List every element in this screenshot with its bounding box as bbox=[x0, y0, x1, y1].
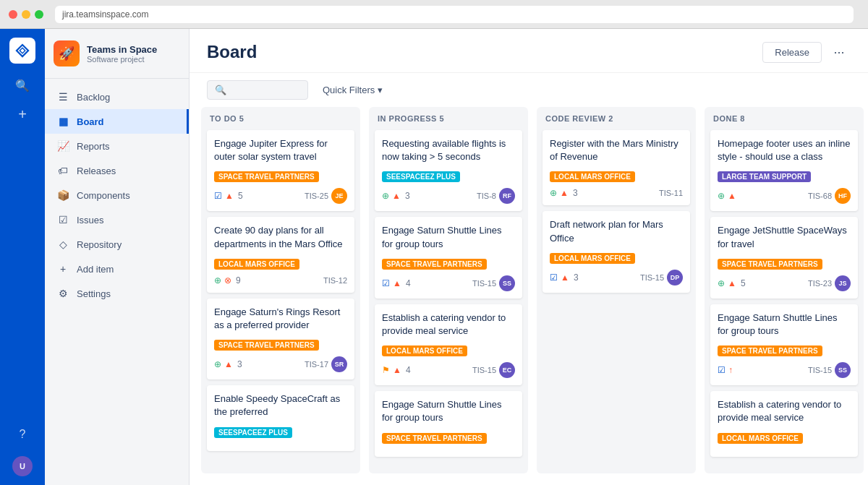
card-id: TIS-15 bbox=[472, 366, 496, 374]
board-columns: TO DO 5 Engage Jupiter Express for outer… bbox=[201, 107, 864, 473]
card-count: 3 bbox=[237, 359, 242, 369]
sidebar-label-add-item: Add item bbox=[77, 264, 114, 275]
card-label: LOCAL MARS OFFICE bbox=[718, 433, 803, 444]
card-count: 3 bbox=[405, 191, 410, 201]
address-bar[interactable]: jira.teamsinspace.com bbox=[55, 6, 854, 23]
priority-icon: ▲ bbox=[728, 278, 736, 288]
sidebar-item-components[interactable]: 📦 Components bbox=[45, 183, 189, 207]
sidebar-item-repository[interactable]: ◇ Repository bbox=[45, 232, 189, 257]
avatar: SR bbox=[331, 356, 347, 372]
sidebar-label-issues: Issues bbox=[77, 215, 104, 226]
sidebar-item-settings[interactable]: ⚙ Settings bbox=[45, 281, 189, 306]
column-cards-todo: Engage Jupiter Express for outer solar s… bbox=[201, 127, 360, 473]
card-mars-registry[interactable]: Register with the Mars Ministry of Reven… bbox=[542, 130, 690, 205]
global-user-avatar[interactable]: U bbox=[12, 456, 33, 476]
card-id: TIS-12 bbox=[323, 276, 347, 285]
card-jetshuttle[interactable]: Engage JetShuttle SpaceWays for travel S… bbox=[710, 217, 858, 298]
card-footer: ⊕ ▲ 3 TIS-8 RF bbox=[382, 188, 515, 204]
check-icon: ☑ bbox=[718, 365, 726, 375]
sidebar-item-board[interactable]: ▦ Board bbox=[45, 109, 189, 134]
sidebar-item-backlog[interactable]: ☰ Backlog bbox=[45, 85, 189, 109]
avatar: HF bbox=[835, 188, 851, 204]
project-sidebar: 🚀 Teams in Space Software project ☰ Back… bbox=[45, 29, 190, 485]
more-options-button[interactable]: ··· bbox=[827, 40, 851, 64]
release-button[interactable]: Release bbox=[762, 42, 822, 63]
card-label: SEESPACEEZ PLUS bbox=[214, 427, 292, 438]
avatar: SS bbox=[835, 362, 851, 378]
card-saturn-done[interactable]: Engage Saturn Shuttle Lines for group to… bbox=[710, 304, 858, 385]
priority-icon: ▲ bbox=[393, 365, 401, 375]
card-footer: ⊕ ⊗ 9 TIS-12 bbox=[214, 275, 347, 286]
column-done: DONE 8 Homepage footer uses an inline st… bbox=[705, 107, 864, 473]
card-saturn-group2[interactable]: Engage Saturn Shuttle Lines for group to… bbox=[375, 391, 522, 456]
card-title: Establish a catering vendor to provide m… bbox=[718, 398, 851, 424]
column-header-todo: TO DO 5 bbox=[201, 107, 360, 127]
board-header: Board Release ··· bbox=[190, 29, 868, 73]
column-cards-codereview: Register with the Mars Ministry of Reven… bbox=[537, 127, 696, 473]
search-icon: 🔍 bbox=[215, 85, 226, 95]
plus-icon: ⊕ bbox=[214, 359, 221, 369]
card-tis12[interactable]: Create 90 day plans for all departments … bbox=[207, 217, 354, 292]
project-avatar: 🚀 bbox=[54, 40, 80, 66]
sidebar-item-add-item[interactable]: + Add item bbox=[45, 257, 189, 281]
card-label: LOCAL MARS OFFICE bbox=[550, 253, 635, 264]
card-tis8[interactable]: Requesting available flights is now taki… bbox=[375, 130, 522, 211]
avatar: EC bbox=[499, 362, 515, 378]
card-label: SPACE TRAVEL PARTNERS bbox=[214, 340, 319, 351]
card-count: 9 bbox=[236, 275, 241, 286]
card-title: Engage Saturn Shuttle Lines for group to… bbox=[382, 224, 515, 250]
card-tis25[interactable]: Engage Jupiter Express for outer solar s… bbox=[207, 130, 354, 211]
card-mars-network[interactable]: Draft network plan for Mars Office LOCAL… bbox=[542, 211, 690, 292]
priority-icon: ▲ bbox=[393, 278, 401, 288]
fullscreen-dot[interactable] bbox=[35, 10, 43, 19]
browser-chrome: jira.teamsinspace.com bbox=[0, 0, 868, 29]
card-label: LOCAL MARS OFFICE bbox=[382, 345, 467, 356]
card-saturn-group[interactable]: Engage Saturn Shuttle Lines for group to… bbox=[375, 217, 522, 298]
global-search-icon[interactable]: 🔍 bbox=[9, 72, 35, 98]
card-footer: ☑ ↑ TIS-15 SS bbox=[718, 362, 851, 378]
sidebar-item-issues[interactable]: ☑ Issues bbox=[45, 207, 189, 232]
card-count: 4 bbox=[406, 365, 411, 375]
card-tis17[interactable]: Engage Saturn's Rings Resort as a prefer… bbox=[207, 299, 354, 379]
check-icon: ☑ bbox=[382, 278, 390, 288]
flag-icon: ⚑ bbox=[382, 365, 390, 375]
quick-filters-button[interactable]: Quick Filters ▾ bbox=[317, 80, 388, 100]
arrow-up-red-icon: ↑ bbox=[728, 365, 733, 375]
card-label: SPACE TRAVEL PARTNERS bbox=[382, 433, 487, 444]
column-header-inprogress: IN PROGRESS 5 bbox=[369, 107, 528, 127]
global-create-icon[interactable]: + bbox=[9, 101, 35, 127]
card-footer: ☑ ▲ 5 TIS-25 JE bbox=[214, 188, 347, 204]
card-title: Engage JetShuttle SpaceWays for travel bbox=[718, 224, 851, 250]
card-label: LOCAL MARS OFFICE bbox=[550, 171, 635, 182]
app-container: 🔍 + ? U 🚀 Teams in Space Software projec… bbox=[0, 29, 868, 485]
sidebar-label-backlog: Backlog bbox=[77, 92, 110, 103]
card-id: TIS-15 bbox=[808, 366, 832, 374]
sidebar-nav: ☰ Backlog ▦ Board 📈 Reports 🏷 Releases 📦… bbox=[45, 79, 189, 485]
avatar: DP bbox=[667, 270, 683, 286]
sidebar-item-releases[interactable]: 🏷 Releases bbox=[45, 158, 189, 183]
card-catering-done[interactable]: Establish a catering vendor to provide m… bbox=[710, 391, 858, 456]
sidebar-label-releases: Releases bbox=[77, 166, 116, 176]
card-homepage-footer[interactable]: Homepage footer uses an inline style - s… bbox=[710, 130, 858, 211]
sidebar-label-board: Board bbox=[77, 116, 104, 127]
column-header-done: DONE 8 bbox=[705, 107, 864, 127]
priority-icon: ▲ bbox=[728, 191, 736, 201]
sidebar-item-reports[interactable]: 📈 Reports bbox=[45, 134, 189, 158]
priority-icon: ▲ bbox=[225, 191, 234, 201]
settings-icon: ⚙ bbox=[56, 287, 69, 300]
plus-icon: ⊕ bbox=[718, 191, 725, 201]
close-dot[interactable] bbox=[9, 10, 17, 19]
app-logo[interactable] bbox=[9, 38, 35, 64]
plus-icon: ⊕ bbox=[718, 278, 725, 288]
global-help-icon[interactable]: ? bbox=[9, 421, 35, 447]
issues-icon: ☑ bbox=[56, 213, 69, 226]
card-label: SPACE TRAVEL PARTNERS bbox=[382, 259, 487, 270]
card-speedy[interactable]: Enable Speedy SpaceCraft as the preferre… bbox=[207, 385, 354, 450]
main-content: Board Release ··· 🔍 Quick Filters ▾ TO D… bbox=[190, 29, 868, 485]
avatar: SS bbox=[499, 275, 515, 291]
card-catering[interactable]: Establish a catering vendor to provide m… bbox=[375, 304, 522, 385]
search-box[interactable]: 🔍 bbox=[207, 80, 308, 100]
minimize-dot[interactable] bbox=[22, 10, 30, 19]
url-text: jira.teamsinspace.com bbox=[62, 9, 148, 20]
project-header: 🚀 Teams in Space Software project bbox=[45, 29, 189, 79]
